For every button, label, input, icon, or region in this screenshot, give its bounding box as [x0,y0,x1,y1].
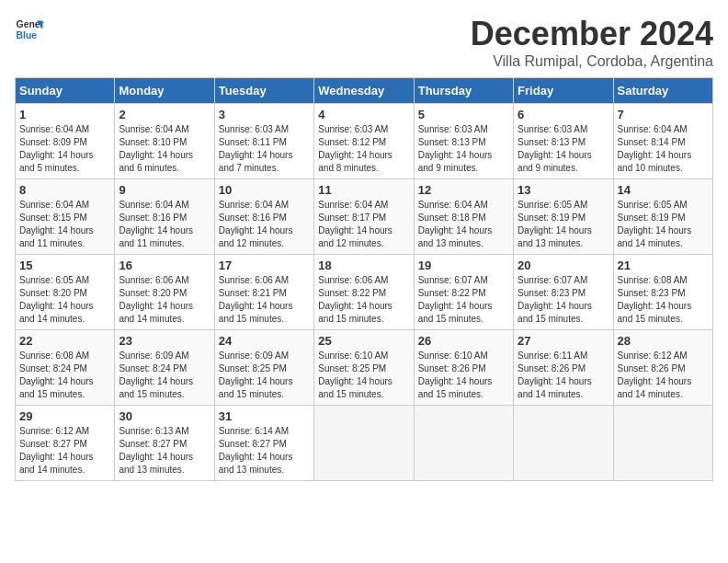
calendar-day-cell [414,406,513,481]
calendar-day-cell: 22 Sunrise: 6:08 AM Sunset: 8:24 PM Dayl… [16,330,115,406]
calendar-day-cell: 30 Sunrise: 6:13 AM Sunset: 8:27 PM Dayl… [115,406,214,481]
day-number: 31 [219,409,310,423]
calendar-week-row: 8 Sunrise: 6:04 AM Sunset: 8:15 PM Dayli… [16,179,713,255]
day-info: Sunrise: 6:11 AM Sunset: 8:26 PM Dayligh… [518,350,609,401]
logo: General Blue [15,15,44,44]
calendar-day-cell: 18 Sunrise: 6:06 AM Sunset: 8:22 PM Dayl… [314,255,414,330]
day-info: Sunrise: 6:04 AM Sunset: 8:18 PM Dayligh… [418,199,509,250]
day-info: Sunrise: 6:05 AM Sunset: 8:20 PM Dayligh… [19,274,110,326]
header-day: Wednesday [314,78,414,104]
svg-text:Blue: Blue [17,30,38,40]
day-info: Sunrise: 6:07 AM Sunset: 8:22 PM Dayligh… [418,274,509,326]
day-number: 11 [318,183,409,197]
calendar-day-cell [514,406,613,481]
calendar-day-cell: 13 Sunrise: 6:05 AM Sunset: 8:19 PM Dayl… [514,179,613,255]
day-info: Sunrise: 6:04 AM Sunset: 8:16 PM Dayligh… [119,199,210,250]
day-number: 9 [119,183,210,197]
location-title: Villa Rumipal, Cordoba, Argentina [471,53,713,70]
header-row: SundayMondayTuesdayWednesdayThursdayFrid… [16,78,713,104]
header-day: Monday [115,78,214,104]
day-number: 8 [19,183,110,197]
day-info: Sunrise: 6:12 AM Sunset: 8:26 PM Dayligh… [618,350,709,401]
day-number: 17 [219,259,310,272]
day-number: 26 [418,334,509,348]
day-info: Sunrise: 6:13 AM Sunset: 8:27 PM Dayligh… [119,425,210,477]
day-info: Sunrise: 6:03 AM Sunset: 8:13 PM Dayligh… [518,123,609,175]
day-info: Sunrise: 6:12 AM Sunset: 8:27 PM Dayligh… [19,425,110,477]
day-info: Sunrise: 6:03 AM Sunset: 8:13 PM Dayligh… [418,123,509,175]
day-number: 24 [219,334,310,348]
day-info: Sunrise: 6:03 AM Sunset: 8:12 PM Dayligh… [318,123,409,175]
day-number: 1 [19,108,110,121]
calendar-day-cell: 24 Sunrise: 6:09 AM Sunset: 8:25 PM Dayl… [214,330,313,406]
day-number: 16 [119,259,210,272]
page-header: General Blue December 2024 Villa Rumipal… [15,15,713,70]
day-number: 13 [518,183,609,197]
day-info: Sunrise: 6:09 AM Sunset: 8:24 PM Dayligh… [119,350,210,401]
day-info: Sunrise: 6:04 AM Sunset: 8:17 PM Dayligh… [318,199,409,250]
calendar-day-cell: 29 Sunrise: 6:12 AM Sunset: 8:27 PM Dayl… [16,406,115,481]
day-number: 19 [418,259,509,272]
calendar-day-cell: 20 Sunrise: 6:07 AM Sunset: 8:23 PM Dayl… [514,255,613,330]
calendar-week-row: 1 Sunrise: 6:04 AM Sunset: 8:09 PM Dayli… [16,104,713,179]
header-day: Saturday [613,78,712,104]
calendar-day-cell: 11 Sunrise: 6:04 AM Sunset: 8:17 PM Dayl… [314,179,414,255]
calendar-week-row: 29 Sunrise: 6:12 AM Sunset: 8:27 PM Dayl… [16,406,713,481]
calendar-day-cell: 16 Sunrise: 6:06 AM Sunset: 8:20 PM Dayl… [115,255,214,330]
calendar-day-cell: 1 Sunrise: 6:04 AM Sunset: 8:09 PM Dayli… [16,104,115,179]
day-number: 29 [19,409,110,423]
calendar-day-cell: 27 Sunrise: 6:11 AM Sunset: 8:26 PM Dayl… [514,330,613,406]
day-number: 20 [518,259,609,272]
day-number: 14 [618,183,709,197]
calendar-table: SundayMondayTuesdayWednesdayThursdayFrid… [15,77,713,481]
day-info: Sunrise: 6:06 AM Sunset: 8:21 PM Dayligh… [219,274,310,326]
calendar-day-cell: 31 Sunrise: 6:14 AM Sunset: 8:27 PM Dayl… [214,406,313,481]
day-info: Sunrise: 6:10 AM Sunset: 8:26 PM Dayligh… [418,350,509,401]
calendar-day-cell: 25 Sunrise: 6:10 AM Sunset: 8:25 PM Dayl… [314,330,414,406]
header-day: Sunday [16,78,115,104]
calendar-day-cell: 3 Sunrise: 6:03 AM Sunset: 8:11 PM Dayli… [214,104,313,179]
day-number: 2 [119,108,210,121]
day-info: Sunrise: 6:03 AM Sunset: 8:11 PM Dayligh… [219,123,310,175]
calendar-day-cell: 23 Sunrise: 6:09 AM Sunset: 8:24 PM Dayl… [115,330,214,406]
day-info: Sunrise: 6:08 AM Sunset: 8:24 PM Dayligh… [19,350,110,401]
day-number: 18 [318,259,409,272]
day-number: 12 [418,183,509,197]
day-info: Sunrise: 6:04 AM Sunset: 8:14 PM Dayligh… [618,123,709,175]
calendar-day-cell: 21 Sunrise: 6:08 AM Sunset: 8:23 PM Dayl… [613,255,712,330]
day-number: 4 [318,108,409,121]
calendar-day-cell [613,406,712,481]
calendar-day-cell: 28 Sunrise: 6:12 AM Sunset: 8:26 PM Dayl… [613,330,712,406]
day-number: 25 [318,334,409,348]
day-info: Sunrise: 6:04 AM Sunset: 8:16 PM Dayligh… [219,199,310,250]
day-info: Sunrise: 6:04 AM Sunset: 8:10 PM Dayligh… [119,123,210,175]
header-day: Thursday [414,78,513,104]
day-info: Sunrise: 6:07 AM Sunset: 8:23 PM Dayligh… [518,274,609,326]
calendar-day-cell: 19 Sunrise: 6:07 AM Sunset: 8:22 PM Dayl… [414,255,513,330]
calendar-day-cell: 12 Sunrise: 6:04 AM Sunset: 8:18 PM Dayl… [414,179,513,255]
calendar-day-cell: 26 Sunrise: 6:10 AM Sunset: 8:26 PM Dayl… [414,330,513,406]
day-info: Sunrise: 6:06 AM Sunset: 8:22 PM Dayligh… [318,274,409,326]
month-title: December 2024 [471,15,713,53]
header-day: Tuesday [214,78,313,104]
title-area: December 2024 Villa Rumipal, Cordoba, Ar… [471,15,713,70]
day-number: 7 [618,108,709,121]
day-info: Sunrise: 6:04 AM Sunset: 8:15 PM Dayligh… [19,199,110,250]
day-info: Sunrise: 6:05 AM Sunset: 8:19 PM Dayligh… [618,199,709,250]
calendar-day-cell: 7 Sunrise: 6:04 AM Sunset: 8:14 PM Dayli… [613,104,712,179]
day-number: 27 [518,334,609,348]
day-info: Sunrise: 6:14 AM Sunset: 8:27 PM Dayligh… [219,425,310,477]
day-number: 5 [418,108,509,121]
day-info: Sunrise: 6:06 AM Sunset: 8:20 PM Dayligh… [119,274,210,326]
day-number: 21 [618,259,709,272]
day-info: Sunrise: 6:04 AM Sunset: 8:09 PM Dayligh… [19,123,110,175]
day-info: Sunrise: 6:09 AM Sunset: 8:25 PM Dayligh… [219,350,310,401]
day-number: 10 [219,183,310,197]
calendar-day-cell: 5 Sunrise: 6:03 AM Sunset: 8:13 PM Dayli… [414,104,513,179]
day-number: 30 [119,409,210,423]
calendar-day-cell: 8 Sunrise: 6:04 AM Sunset: 8:15 PM Dayli… [16,179,115,255]
calendar-day-cell: 10 Sunrise: 6:04 AM Sunset: 8:16 PM Dayl… [214,179,313,255]
day-number: 23 [119,334,210,348]
day-info: Sunrise: 6:05 AM Sunset: 8:19 PM Dayligh… [518,199,609,250]
day-info: Sunrise: 6:10 AM Sunset: 8:25 PM Dayligh… [318,350,409,401]
